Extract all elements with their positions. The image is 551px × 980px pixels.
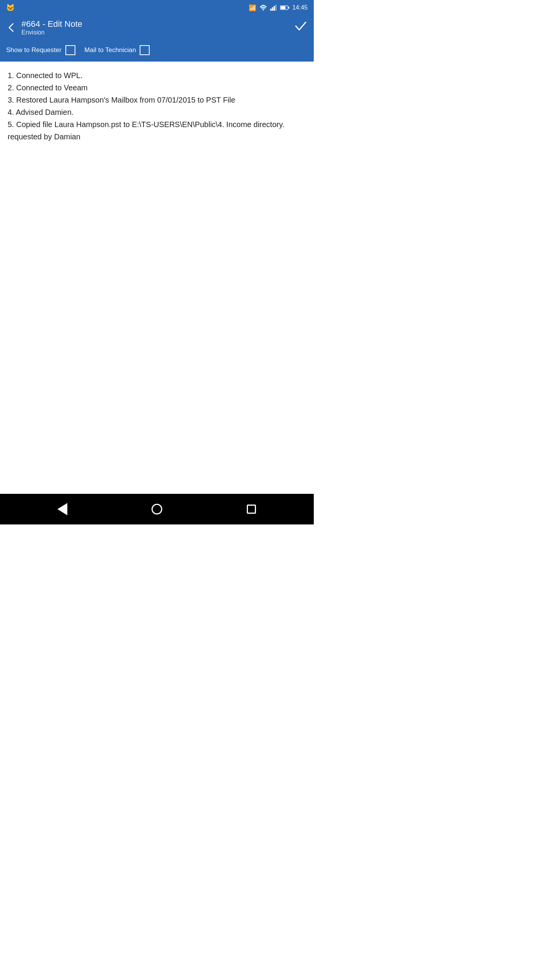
app-bar-left: #664 - Edit Note Envision — [6, 19, 82, 36]
bluetooth-icon: 📶 — [249, 4, 256, 11]
show-to-requester-label: Show to Requester — [6, 46, 62, 54]
show-to-requester-checkbox[interactable] — [65, 45, 75, 55]
wifi-icon — [259, 5, 267, 11]
app-bar-title: #664 - Edit Note — [21, 19, 82, 29]
svg-point-0 — [263, 10, 264, 11]
note-text[interactable]: 1. Connected to WPL. 2. Connected to Vee… — [8, 69, 306, 143]
status-bar-left: 🐱 — [6, 3, 15, 12]
nav-home-icon — [152, 504, 162, 514]
bottom-nav — [0, 494, 314, 524]
nav-back-button[interactable] — [53, 500, 72, 519]
signal-icon — [270, 5, 277, 11]
status-bar-right: 📶 14:45 — [249, 4, 308, 11]
svg-rect-1 — [270, 9, 272, 11]
app-bar: #664 - Edit Note Envision — [0, 15, 314, 41]
mail-to-technician-item: Mail to Technician — [85, 45, 150, 55]
mail-to-technician-checkbox[interactable] — [140, 45, 150, 55]
app-bar-title-group: #664 - Edit Note Envision — [21, 19, 82, 36]
checkbox-row: Show to Requester Mail to Technician — [0, 41, 314, 62]
mail-to-technician-label: Mail to Technician — [85, 46, 136, 54]
svg-rect-2 — [272, 7, 274, 11]
battery-icon — [280, 5, 289, 10]
status-bar: 🐱 📶 14:45 — [0, 0, 314, 15]
svg-rect-4 — [275, 5, 277, 11]
status-time: 14:45 — [292, 4, 308, 11]
nav-back-icon — [57, 503, 67, 515]
back-button[interactable] — [6, 22, 17, 33]
note-content-area[interactable]: 1. Connected to WPL. 2. Connected to Vee… — [0, 62, 314, 494]
svg-rect-6 — [288, 7, 289, 8]
confirm-button[interactable] — [294, 19, 308, 36]
nav-home-button[interactable] — [147, 500, 166, 519]
cat-icon: 🐱 — [6, 3, 15, 12]
nav-recents-button[interactable] — [242, 500, 261, 519]
app-bar-subtitle: Envision — [21, 29, 82, 36]
svg-rect-3 — [274, 6, 275, 11]
svg-rect-7 — [280, 6, 285, 9]
nav-recents-icon — [247, 505, 256, 514]
show-to-requester-item: Show to Requester — [6, 45, 75, 55]
